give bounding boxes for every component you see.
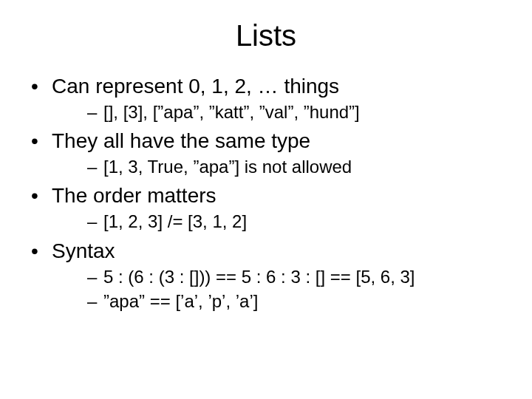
sub-bullet-text: ”apa” == [’a’, ’p’, ’a’]	[103, 291, 258, 311]
sub-bullet-text: 5 : (6 : (3 : [])) == 5 : 6 : 3 : [] == …	[103, 267, 415, 287]
sub-bullet-text: [1, 2, 3] /= [3, 1, 2]	[103, 211, 247, 231]
sub-list: 5 : (6 : (3 : [])) == 5 : 6 : 3 : [] == …	[52, 265, 510, 313]
list-item: [1, 3, True, ”apa”] is not allowed	[52, 155, 510, 178]
list-item: [1, 2, 3] /= [3, 1, 2]	[52, 210, 510, 233]
slide-title: Lists	[22, 19, 510, 52]
sub-list: [1, 3, True, ”apa”] is not allowed	[52, 155, 510, 178]
bullet-text: They all have the same type	[52, 129, 310, 152]
list-item: [], [3], [”apa”, ”katt”, ”val”, ”hund”]	[52, 100, 510, 123]
list-item: The order matters [1, 2, 3] /= [3, 1, 2]	[22, 183, 510, 233]
sub-bullet-text: [1, 3, True, ”apa”] is not allowed	[103, 157, 352, 177]
sub-list: [], [3], [”apa”, ”katt”, ”val”, ”hund”]	[52, 100, 510, 123]
bullet-text: The order matters	[52, 184, 216, 207]
list-item: Can represent 0, 1, 2, … things [], [3],…	[22, 73, 510, 123]
list-item: They all have the same type [1, 3, True,…	[22, 128, 510, 178]
bullet-list: Can represent 0, 1, 2, … things [], [3],…	[22, 73, 510, 313]
bullet-text: Syntax	[52, 239, 115, 262]
sub-bullet-text: [], [3], [”apa”, ”katt”, ”val”, ”hund”]	[103, 102, 360, 122]
sub-list: [1, 2, 3] /= [3, 1, 2]	[52, 210, 510, 233]
slide: Lists Can represent 0, 1, 2, … things []…	[0, 0, 532, 399]
list-item: Syntax 5 : (6 : (3 : [])) == 5 : 6 : 3 :…	[22, 238, 510, 313]
list-item: ”apa” == [’a’, ’p’, ’a’]	[52, 290, 510, 313]
list-item: 5 : (6 : (3 : [])) == 5 : 6 : 3 : [] == …	[52, 265, 510, 288]
bullet-text: Can represent 0, 1, 2, … things	[52, 75, 339, 98]
